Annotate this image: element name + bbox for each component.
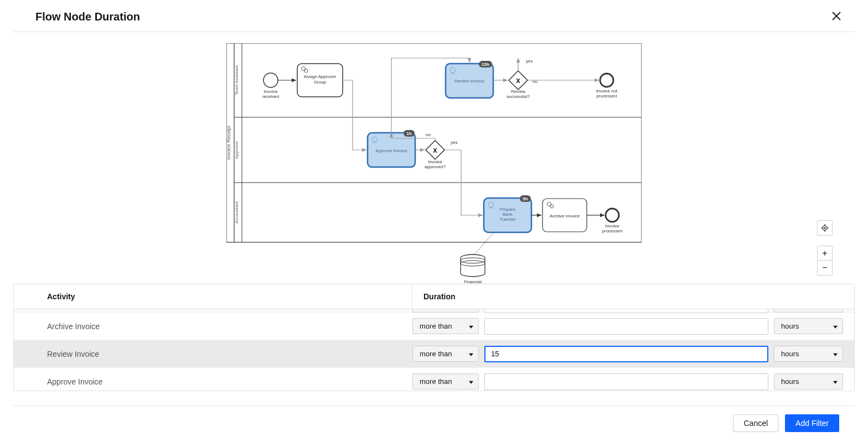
operator-select[interactable]: more than <box>412 373 479 389</box>
unit-select[interactable]: hours <box>774 373 843 389</box>
activity-name: Approve Invoice <box>14 377 412 386</box>
zoom-out-button[interactable]: − <box>818 261 832 275</box>
svg-text:X: X <box>433 147 437 154</box>
unit-select[interactable]: hours <box>774 346 843 362</box>
table-row: Approve Invoice more than hours <box>14 368 854 391</box>
gateway-review-no: no <box>533 79 538 84</box>
page-title: Flow Node Duration <box>35 11 140 23</box>
approve-badge: 1h <box>406 131 411 136</box>
end-not-processed[interactable] <box>600 74 613 87</box>
gateway-review-yes: yes <box>526 59 533 64</box>
activity-name: Review Invoice <box>14 350 412 358</box>
svg-text:X: X <box>516 77 520 84</box>
activity-rows[interactable]: Invoice processed more than hours Archiv… <box>13 309 855 391</box>
zoom-fit-button[interactable] <box>818 221 832 235</box>
duration-value-input[interactable] <box>484 318 768 335</box>
plus-icon: + <box>822 248 827 258</box>
bpmn-diagram[interactable]: Invoice Receipt Team Assistant Approver … <box>13 32 855 284</box>
end-not-processed-label: Invoice notprocessed <box>596 89 618 98</box>
table-row: Archive Invoice more than hours <box>14 313 854 340</box>
table-row: Review Invoice more than hours <box>14 340 854 368</box>
close-button[interactable] <box>829 9 844 25</box>
zoom-in-button[interactable]: + <box>818 246 832 261</box>
close-icon <box>831 11 841 21</box>
task-review-invoice-label: Review Invoice <box>454 79 484 84</box>
duration-value-input[interactable] <box>484 309 768 313</box>
operator-select[interactable]: more than <box>412 346 479 362</box>
pool-label: Invoice Receipt <box>226 126 231 160</box>
svg-point-23 <box>824 227 826 229</box>
start-event-label: Invoicereceived <box>262 89 279 99</box>
minus-icon: − <box>822 263 827 273</box>
lane-approver: Approver <box>234 141 239 159</box>
add-filter-button[interactable]: Add Filter <box>785 414 839 432</box>
start-event[interactable] <box>264 73 278 87</box>
data-store[interactable] <box>461 254 485 277</box>
unit-select[interactable]: hours <box>774 309 843 313</box>
activity-name: Archive Invoice <box>14 322 412 331</box>
cancel-button[interactable]: Cancel <box>733 414 778 432</box>
prepare-badge: 5h <box>523 196 528 201</box>
column-header-duration: Duration <box>412 284 854 309</box>
data-store-label: Financial <box>464 279 482 284</box>
duration-value-input[interactable] <box>484 373 768 390</box>
gateway-approved-yes: yes <box>451 140 457 145</box>
unit-select[interactable]: hours <box>774 318 843 334</box>
crosshair-icon <box>821 224 829 232</box>
end-processed[interactable] <box>606 209 619 222</box>
operator-select[interactable]: more than <box>412 309 479 313</box>
task-archive-invoice-label: Archive Invoice <box>550 214 580 219</box>
review-badge: 15h <box>482 62 489 67</box>
gateway-approved-no: no <box>426 132 431 137</box>
operator-select[interactable]: more than <box>412 318 479 334</box>
lane-accountant: Accountant <box>234 201 239 224</box>
column-header-activity: Activity <box>14 284 412 309</box>
duration-value-input[interactable] <box>484 346 768 362</box>
task-approve-invoice-label: Approve Invoice <box>375 148 407 153</box>
lane-team-assistant: Team Assistant <box>234 65 239 95</box>
